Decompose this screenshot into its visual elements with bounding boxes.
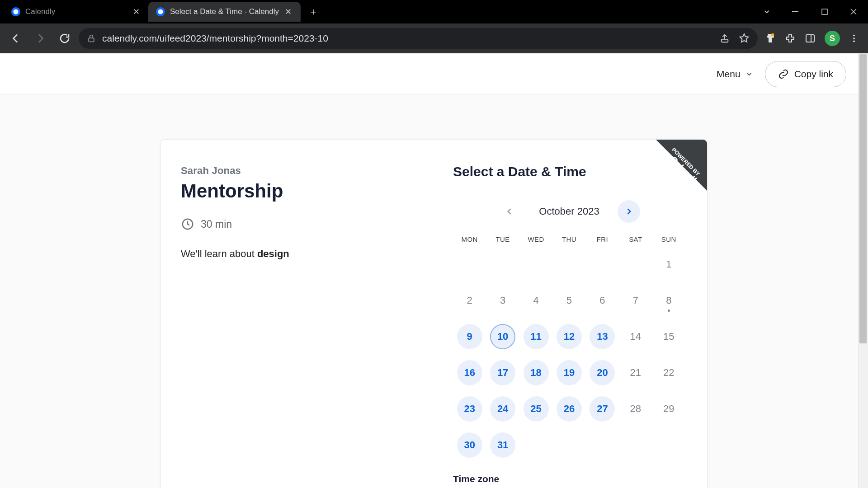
- svg-point-13: [853, 35, 855, 37]
- calendar-day[interactable]: 17: [486, 360, 519, 386]
- chevron-left-icon: [505, 207, 514, 216]
- address-row: calendly.com/uifeed2023/mentorship?month…: [0, 23, 868, 53]
- chevron-down-icon: [745, 70, 753, 78]
- calendar-day: 15: [652, 324, 685, 350]
- sidepanel-icon[interactable]: [805, 33, 816, 44]
- timezone-heading: Time zone: [453, 474, 685, 484]
- calendar-day: [652, 432, 685, 458]
- browser-tab[interactable]: Select a Date & Time - Calendly ✕: [148, 2, 301, 22]
- calendar-day[interactable]: 9: [453, 324, 486, 350]
- browser-chrome: Calendly ✕ Select a Date & Time - Calend…: [0, 0, 868, 53]
- maximize-icon[interactable]: [810, 0, 839, 23]
- tab-title: Select a Date & Time - Calendly: [170, 7, 279, 16]
- calendar-day[interactable]: 27: [586, 396, 619, 422]
- new-tab-button[interactable]: ＋: [304, 3, 322, 21]
- forward-button[interactable]: [30, 28, 51, 49]
- calendar-day: [486, 251, 519, 277]
- calendar-day: 5: [552, 287, 585, 314]
- bookmark-star-icon[interactable]: [739, 33, 750, 44]
- prev-month-button[interactable]: [498, 200, 521, 223]
- calendar-day[interactable]: 11: [519, 324, 552, 350]
- calendar-day[interactable]: 20: [586, 360, 619, 386]
- calendar-day[interactable]: 19: [552, 360, 585, 386]
- profile-avatar[interactable]: S: [825, 31, 840, 46]
- calendar-day[interactable]: 13: [586, 324, 619, 350]
- calendar-day: 6: [586, 287, 619, 314]
- svg-point-3: [158, 9, 163, 14]
- calendar-day: [552, 432, 585, 458]
- extensions-puzzle-icon[interactable]: [785, 33, 796, 44]
- dow: SUN: [652, 235, 685, 243]
- calendar-day[interactable]: 24: [486, 396, 519, 422]
- link-icon: [778, 69, 789, 80]
- url-text: calendly.com/uifeed2023/mentorship?month…: [102, 33, 328, 44]
- page-viewport: Menu Copy link Sarah Jonas Mentorship 30…: [0, 53, 868, 488]
- svg-rect-6: [89, 38, 94, 42]
- page-body: Sarah Jonas Mentorship 30 min We'll lear…: [0, 95, 868, 488]
- calendar-day: [453, 251, 486, 277]
- calendar-grid: 1234567891011121314151617181920212223242…: [453, 251, 685, 458]
- reload-button[interactable]: [54, 28, 75, 49]
- kebab-menu-icon[interactable]: [849, 33, 859, 43]
- calendar-day[interactable]: 25: [519, 396, 552, 422]
- copy-link-button[interactable]: Copy link: [765, 61, 846, 87]
- tab-title: Calendly: [25, 7, 127, 16]
- powered-by-badge[interactable]: POWERED BY Calendly: [635, 140, 707, 212]
- dow: MON: [453, 235, 486, 243]
- svg-rect-5: [822, 9, 827, 14]
- calendar-day: 14: [619, 324, 652, 350]
- close-icon[interactable]: ✕: [283, 7, 293, 17]
- calendar-day: 22: [652, 360, 685, 386]
- calendar-day[interactable]: 12: [552, 324, 585, 350]
- extension-icon[interactable]: [765, 33, 776, 44]
- calendar-day: 4: [519, 287, 552, 314]
- svg-point-11: [771, 33, 774, 36]
- scrollbar-track[interactable]: [858, 53, 868, 488]
- tab-strip: Calendly ✕ Select a Date & Time - Calend…: [0, 0, 868, 23]
- menu-dropdown[interactable]: Menu: [717, 69, 753, 80]
- close-icon[interactable]: ✕: [131, 7, 141, 17]
- calendar-day: [519, 251, 552, 277]
- dow: FRI: [586, 235, 619, 243]
- duration-text: 30 min: [201, 218, 232, 230]
- event-description: We'll learn about design: [181, 246, 411, 261]
- calendar-day: 1: [652, 251, 685, 277]
- month-label: October 2023: [539, 206, 599, 217]
- copy-link-label: Copy link: [794, 69, 833, 80]
- calendar-day[interactable]: 18: [519, 360, 552, 386]
- dow: SAT: [619, 235, 652, 243]
- calendar-day: [586, 251, 619, 277]
- back-button[interactable]: [5, 28, 26, 49]
- calendar-day[interactable]: 30: [453, 432, 486, 458]
- calendar-day: 29: [652, 396, 685, 422]
- calendar-day: [586, 432, 619, 458]
- calendar-day[interactable]: 16: [453, 360, 486, 386]
- calendar-day: 8: [652, 287, 685, 314]
- dow: TUE: [486, 235, 519, 243]
- duration-row: 30 min: [181, 217, 411, 231]
- window-controls: [752, 0, 868, 23]
- calendar-day[interactable]: 26: [552, 396, 585, 422]
- minimize-icon[interactable]: [781, 0, 810, 23]
- address-bar[interactable]: calendly.com/uifeed2023/mentorship?month…: [79, 28, 758, 49]
- presenter-name: Sarah Jonas: [181, 165, 411, 177]
- calendar-day: [619, 432, 652, 458]
- calendar-pane: POWERED BY Calendly Select a Date & Time…: [431, 140, 707, 488]
- calendar-day[interactable]: 31: [486, 432, 519, 458]
- calendar-day: 2: [453, 287, 486, 314]
- share-icon[interactable]: [720, 33, 730, 43]
- clock-icon: [181, 217, 194, 231]
- lock-icon: [87, 34, 96, 43]
- event-details-pane: Sarah Jonas Mentorship 30 min We'll lear…: [161, 140, 431, 488]
- event-title: Mentorship: [181, 180, 411, 202]
- scrollbar-thumb[interactable]: [859, 54, 867, 343]
- calendar-day[interactable]: 10: [486, 324, 519, 350]
- calendar-day[interactable]: 23: [453, 396, 486, 422]
- browser-tab[interactable]: Calendly ✕: [4, 2, 148, 22]
- calendar-day: [552, 251, 585, 277]
- tabs-dropdown-icon[interactable]: [752, 0, 781, 23]
- chevron-right-icon: [624, 207, 633, 216]
- svg-point-1: [14, 9, 19, 14]
- calendar-day: [519, 432, 552, 458]
- window-close-icon[interactable]: [839, 0, 868, 23]
